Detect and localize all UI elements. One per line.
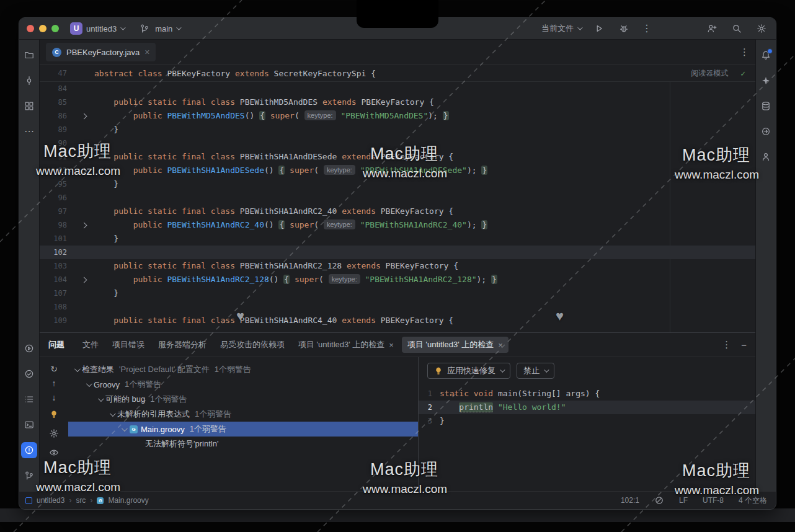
inspection-tree-row[interactable]: 可能的 bug1个弱警告 <box>68 392 418 407</box>
line-separator-widget[interactable]: LF <box>679 496 688 505</box>
code-line-96[interactable]: 96 <box>40 191 755 205</box>
next-problem-icon[interactable]: ↓ <box>52 393 56 402</box>
more-tool-windows-icon[interactable]: ⋯ <box>21 123 37 140</box>
code-line-103[interactable]: 103 public static final class PBEWithSHA… <box>40 259 755 273</box>
previous-problem-icon[interactable]: ↑ <box>52 379 56 388</box>
close-tab-icon[interactable]: × <box>144 48 149 56</box>
notifications-bell-icon[interactable] <box>758 47 774 63</box>
inspection-tree-row[interactable]: GMain.groovy1个弱警告 <box>68 422 418 437</box>
code-line-90[interactable]: 90 <box>40 136 755 150</box>
inspection-tree-row[interactable]: 检查结果'Project Default' 配置文件1个弱警告 <box>68 362 418 377</box>
run-icon[interactable] <box>592 22 606 35</box>
ai-assistant-icon[interactable] <box>758 73 774 89</box>
problems-tool-icon[interactable] <box>21 442 37 458</box>
code-line-92[interactable]: 92 public PBEWithSHA1AndDESede() { super… <box>40 164 755 177</box>
breadcrumb-file[interactable]: Main.groovy <box>108 496 148 505</box>
problems-tab-0[interactable]: 文件 <box>77 337 104 353</box>
search-everywhere-icon[interactable] <box>730 22 744 35</box>
fold-toggle-icon[interactable] <box>67 164 94 177</box>
preview-toggle-icon[interactable] <box>47 446 61 459</box>
breadcrumb-src[interactable]: src <box>76 496 86 505</box>
project-widget[interactable]: U untitled3 <box>70 22 124 35</box>
inspection-tree-row[interactable]: 未解析的引用表达式1个弱警告 <box>68 407 418 422</box>
caret-position-widget[interactable]: 102:1 <box>621 496 639 505</box>
commit-tool-icon[interactable] <box>21 73 37 89</box>
chevron-down-icon[interactable] <box>74 366 81 372</box>
editor-tab-active[interactable]: C PBEKeyFactory.java × <box>46 43 156 61</box>
chevron-down-icon[interactable] <box>98 396 104 402</box>
minimize-window-button[interactable] <box>39 25 47 32</box>
code-line-104[interactable]: 104 public PBEWithSHA1AndRC2_128() { sup… <box>40 273 755 286</box>
reader-mode-label[interactable]: 阅读器模式 <box>691 68 728 79</box>
profiler-icon[interactable] <box>758 149 774 165</box>
project-tool-icon[interactable] <box>21 47 37 63</box>
todo-tool-icon[interactable] <box>21 391 37 407</box>
apply-quickfix-button[interactable]: 应用快速修复 <box>427 363 510 379</box>
quickfix-bulb-icon[interactable] <box>47 407 61 421</box>
services-tool-icon[interactable] <box>21 366 37 382</box>
problems-tab-4[interactable]: 项目 'untitled3' 上的检查× <box>293 337 399 353</box>
encoding-widget[interactable]: UTF-8 <box>703 496 724 505</box>
code-line-89[interactable]: 89 } <box>40 123 755 136</box>
editor-code-area[interactable]: 8485 public static final class PBEWithMD… <box>40 82 755 332</box>
endpoints-icon[interactable] <box>758 123 774 140</box>
structure-tool-icon[interactable] <box>21 98 37 114</box>
close-tab-icon[interactable]: × <box>389 341 394 349</box>
preview-code-line-2[interactable]: 2 println "Hello world!" <box>419 401 755 414</box>
chevron-down-icon[interactable] <box>110 410 116 417</box>
preview-code-line-1[interactable]: 1static void main(String[] args) { <box>419 387 755 401</box>
inspection-tree-row[interactable]: Groovy1个弱警告 <box>68 377 418 392</box>
tree-node-count: 1个弱警告 <box>150 394 187 405</box>
fold-toggle-icon[interactable] <box>67 109 94 123</box>
database-icon[interactable] <box>758 98 774 114</box>
indent-widget[interactable]: 4 个空格 <box>739 495 767 506</box>
sticky-header-line[interactable]: 47 abstract class PBEKeyFactory extends … <box>40 65 755 82</box>
preview-code-line-3[interactable]: 3} <box>419 414 755 428</box>
preview-code-area[interactable]: 1static void main(String[] args) {2 prin… <box>419 384 755 495</box>
more-actions-icon[interactable]: ⋮ <box>642 24 652 33</box>
rerun-inspection-icon[interactable]: ↻ <box>50 365 58 373</box>
close-window-button[interactable] <box>27 25 34 32</box>
gutter-space <box>67 300 94 314</box>
chevron-down-icon[interactable] <box>86 381 92 387</box>
code-line-107[interactable]: 107 } <box>40 286 755 300</box>
problems-tab-5[interactable]: 项目 'untitled3' 上的检查× <box>402 337 509 353</box>
breadcrumb-project[interactable]: untitled3 <box>37 496 64 505</box>
close-tab-icon[interactable]: × <box>498 341 503 349</box>
inspection-ok-icon[interactable]: ✓ <box>740 69 745 78</box>
editor-tab-options-icon[interactable]: ⋮ <box>740 47 749 58</box>
suppress-button[interactable]: 禁止 <box>517 363 554 379</box>
problems-tab-1[interactable]: 项目错误 <box>107 337 150 353</box>
code-line-84[interactable]: 84 <box>40 82 755 95</box>
vcs-branch-widget[interactable]: main <box>138 22 180 35</box>
inspection-settings-icon[interactable] <box>47 427 61 440</box>
code-line-95[interactable]: 95 } <box>40 177 755 191</box>
debug-icon[interactable] <box>617 22 631 35</box>
problems-tab-2[interactable]: 服务器端分析 <box>153 337 212 353</box>
chevron-down-icon[interactable] <box>122 425 128 432</box>
code-line-86[interactable]: 86 public PBEWithMD5AndDES() { super( ke… <box>40 109 755 123</box>
run-configuration-selector[interactable]: 当前文件 <box>541 23 581 34</box>
code-line-109[interactable]: 109 public static final class PBEWithSHA… <box>40 314 755 327</box>
code-line-102[interactable]: 102 <box>40 246 755 259</box>
inspection-tree-row[interactable]: 无法解析符号'println' <box>68 437 418 451</box>
code-line-101[interactable]: 101 } <box>40 232 755 246</box>
version-control-tool-icon[interactable] <box>21 468 37 484</box>
fold-toggle-icon[interactable] <box>67 273 94 286</box>
code-line-91[interactable]: 91 public static final class PBEWithSHA1… <box>40 150 755 164</box>
problems-tab-3[interactable]: 易受攻击的依赖项 <box>215 337 290 353</box>
code-line-108[interactable]: 108 <box>40 300 755 314</box>
zoom-window-button[interactable] <box>51 25 59 32</box>
code-line-97[interactable]: 97 public static final class PBEWithSHA1… <box>40 205 755 218</box>
fold-toggle-icon[interactable] <box>67 218 94 232</box>
terminal-tool-icon[interactable] <box>21 417 37 433</box>
panel-options-icon[interactable]: ⋮ <box>722 339 731 350</box>
code-line-98[interactable]: 98 public PBEWithSHA1AndRC2_40() { super… <box>40 218 755 232</box>
code-with-me-icon[interactable] <box>705 22 719 35</box>
code-line-85[interactable]: 85 public static final class PBEWithMD5A… <box>40 95 755 109</box>
highlighting-level-icon[interactable] <box>654 495 664 505</box>
problems-panel-title[interactable]: 问题 <box>48 339 64 350</box>
hide-panel-icon[interactable]: − <box>741 340 747 350</box>
run-tool-icon[interactable] <box>21 340 37 357</box>
settings-gear-icon[interactable] <box>755 22 768 35</box>
